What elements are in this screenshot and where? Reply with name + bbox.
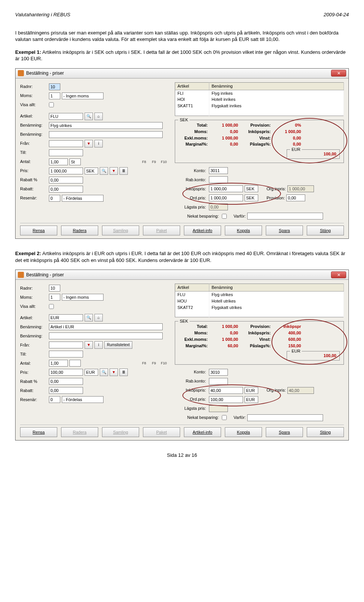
konto-label: Konto: bbox=[175, 168, 207, 174]
visaallt-checkbox[interactable] bbox=[49, 102, 54, 107]
stang-button[interactable]: Stäng bbox=[307, 226, 344, 235]
rabattp-input[interactable] bbox=[49, 177, 83, 183]
info-icon[interactable]: i bbox=[94, 341, 103, 349]
app-icon bbox=[18, 272, 24, 278]
list-icon[interactable]: ≣ bbox=[119, 368, 128, 376]
moms-code-input[interactable] bbox=[49, 92, 60, 99]
pris-label: Pris: bbox=[20, 168, 47, 174]
rensa-button[interactable]: Rensa bbox=[20, 427, 57, 437]
ordpris-cur-input[interactable] bbox=[245, 194, 258, 201]
pin-from-icon[interactable]: ▼ bbox=[85, 341, 93, 349]
resenar-code-input[interactable] bbox=[49, 396, 60, 403]
pris-input[interactable] bbox=[49, 168, 83, 174]
zoom-icon[interactable]: 🔍 bbox=[100, 167, 108, 175]
inkopspris-input[interactable] bbox=[209, 387, 243, 394]
radera-button[interactable]: Radera bbox=[61, 427, 98, 437]
till-input[interactable] bbox=[49, 351, 83, 357]
moms-code-input[interactable] bbox=[49, 294, 60, 301]
example2-label: Exempel 2: bbox=[15, 251, 41, 256]
provision2-input[interactable] bbox=[286, 194, 305, 201]
resenar-code-input[interactable] bbox=[49, 195, 60, 202]
doc-header-left: Valutahantering i REBUS bbox=[15, 11, 71, 18]
spara-button[interactable]: Spara bbox=[266, 226, 303, 235]
close-button[interactable]: ✕ bbox=[331, 271, 346, 278]
lagsta-input bbox=[209, 204, 228, 210]
table-row[interactable]: SKATT1Flygskatt inrikes bbox=[175, 103, 344, 109]
rabkonto-input[interactable] bbox=[209, 378, 228, 385]
artikelinfo-button[interactable]: Artikel-info bbox=[184, 427, 221, 437]
samling-button[interactable]: Samling bbox=[102, 226, 139, 235]
koppla-button[interactable]: Koppla bbox=[225, 427, 262, 437]
benamning2-input[interactable] bbox=[49, 332, 163, 339]
moms-label: Moms: bbox=[20, 93, 47, 99]
pin-pris-icon[interactable]: ▼ bbox=[110, 368, 118, 376]
close-button[interactable]: ✕ bbox=[331, 70, 346, 77]
pin-pris-icon[interactable]: ▼ bbox=[110, 167, 118, 175]
inkopspris-cur-input[interactable] bbox=[245, 185, 258, 192]
antal-input[interactable] bbox=[49, 360, 68, 367]
lookup-icon[interactable]: ⌂ bbox=[94, 314, 103, 321]
varfor-input[interactable] bbox=[247, 414, 323, 421]
table-row[interactable]: FLUFlyg utrikes bbox=[175, 292, 344, 298]
benamning-input[interactable] bbox=[49, 323, 163, 330]
pin-from-icon[interactable]: ▼ bbox=[85, 140, 93, 147]
pris-currency-input[interactable] bbox=[85, 369, 98, 376]
table-row[interactable]: FLIFlyg inrikes bbox=[175, 90, 344, 96]
paket-button[interactable]: Paket bbox=[143, 226, 180, 235]
artikel-input[interactable] bbox=[49, 113, 83, 120]
list-icon[interactable]: ≣ bbox=[119, 167, 128, 175]
visaallt-checkbox[interactable] bbox=[49, 304, 54, 309]
table-row[interactable]: HOIHotell inrikes bbox=[175, 96, 344, 103]
table-row[interactable]: SKATT2Flygskatt utrikes bbox=[175, 304, 344, 311]
info-icon[interactable]: i bbox=[94, 140, 103, 147]
nekat-checkbox[interactable] bbox=[222, 415, 227, 420]
rensa-button[interactable]: Rensa bbox=[20, 226, 57, 235]
button-bar: Rensa Radera Samling Paket Artikel-info … bbox=[20, 223, 344, 235]
right-column: Artikel Benämning FLUFlyg utrikes HOUHot… bbox=[175, 284, 344, 422]
radnr-input[interactable] bbox=[49, 83, 60, 90]
fran-input[interactable] bbox=[49, 140, 83, 147]
pris-input[interactable] bbox=[49, 369, 83, 376]
antal-label: Antal: bbox=[20, 159, 47, 165]
rabkonto-input[interactable] bbox=[209, 176, 228, 183]
radnr-input[interactable] bbox=[49, 285, 60, 292]
rabattp-input[interactable] bbox=[49, 378, 83, 385]
inkopspris-input[interactable] bbox=[209, 185, 243, 192]
rabatt-input[interactable] bbox=[49, 186, 83, 193]
artikelinfo-button[interactable]: Artikel-info bbox=[184, 226, 221, 235]
lookup-icon[interactable]: ⌂ bbox=[94, 113, 103, 120]
binoculars-icon[interactable]: 🔍 bbox=[85, 113, 93, 120]
pris-currency-input[interactable] bbox=[85, 168, 98, 174]
varfor-input[interactable] bbox=[247, 213, 323, 219]
ordpris-cur-input[interactable] bbox=[245, 396, 258, 403]
zoom-icon[interactable]: 🔍 bbox=[100, 368, 108, 376]
left-column: Radnr: Moms: Visa allt: Artikel: 🔍 ⌂ bbox=[20, 284, 168, 422]
inkopspris-cur-input[interactable] bbox=[245, 387, 258, 394]
samling-button[interactable]: Samling bbox=[102, 427, 139, 437]
antal-input[interactable] bbox=[49, 158, 68, 165]
konto-input[interactable] bbox=[209, 167, 228, 174]
titlebar: Beställning - priser ✕ bbox=[16, 270, 348, 280]
spara-button[interactable]: Spara bbox=[266, 427, 303, 437]
rumsliste-button[interactable]: Rumslistetext bbox=[104, 341, 132, 349]
antal-unit-input bbox=[69, 158, 81, 165]
binoculars-icon[interactable]: 🔍 bbox=[85, 314, 93, 321]
varfor-label: Varför: bbox=[234, 213, 246, 219]
stang-button[interactable]: Stäng bbox=[307, 427, 344, 437]
fran-input[interactable] bbox=[49, 342, 83, 348]
konto-input[interactable] bbox=[209, 369, 228, 376]
example1-label: Exempel 1: bbox=[15, 49, 41, 55]
benamning-input[interactable] bbox=[49, 122, 163, 129]
table-row[interactable]: HOUHotell utrikes bbox=[175, 298, 344, 304]
rabatt-input[interactable] bbox=[49, 387, 83, 394]
nekat-checkbox[interactable] bbox=[222, 214, 227, 219]
radera-button[interactable]: Radera bbox=[61, 226, 98, 235]
ordpris-input[interactable] bbox=[209, 396, 243, 403]
intro-paragraph: I beställningens prisruta ser man exempe… bbox=[15, 30, 349, 43]
till-input[interactable] bbox=[49, 149, 83, 156]
koppla-button[interactable]: Koppla bbox=[225, 226, 262, 235]
benamning2-input[interactable] bbox=[49, 131, 163, 138]
paket-button[interactable]: Paket bbox=[143, 427, 180, 437]
ordpris-input[interactable] bbox=[209, 194, 243, 201]
artikel-input[interactable] bbox=[49, 314, 83, 321]
